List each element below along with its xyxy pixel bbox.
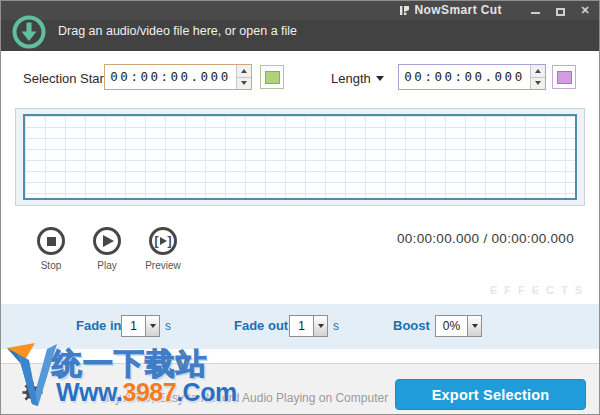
fade-in-unit: s: [165, 319, 171, 333]
selection-start-spinner: [236, 65, 251, 89]
settings-gear-icon[interactable]: [21, 381, 44, 408]
spin-up-button[interactable]: [531, 65, 545, 77]
fade-in-label: Fade in: [76, 318, 122, 333]
fade-out-select[interactable]: 1: [289, 315, 328, 337]
time-display: 00:00:00.000 / 00:00:00.000: [397, 231, 574, 246]
selection-start-color-swatch[interactable]: [260, 65, 284, 89]
length-input[interactable]: 00:00:00.000: [398, 64, 546, 90]
promo-text: Try ARW, Easy to Record Audio Playing on…: [104, 391, 388, 405]
length-color: [557, 71, 572, 84]
fade-out-unit: s: [333, 319, 339, 333]
play-button[interactable]: [93, 227, 121, 255]
fade-out-value: 1: [289, 315, 313, 337]
effects-section-label: EFFECTS: [490, 284, 589, 296]
play-icon: [103, 235, 114, 247]
fade-out-label: Fade out: [234, 318, 288, 333]
fade-in-value: 1: [121, 315, 145, 337]
waveform-grid[interactable]: [23, 114, 577, 200]
stop-icon: [47, 237, 56, 246]
chevron-down-icon: [472, 324, 478, 328]
boost-label: Boost: [393, 318, 430, 333]
selection-start-value[interactable]: 00:00:00.000: [105, 65, 236, 89]
selection-start-input[interactable]: 00:00:00.000: [104, 64, 252, 90]
header: NowSmart Cut ✕ Drag an audio/video file …: [1, 1, 599, 51]
spin-down-button[interactable]: [237, 77, 251, 90]
fade-out-dropdown-button[interactable]: [313, 315, 328, 337]
waveform-panel: [15, 108, 585, 206]
preview-button[interactable]: []: [149, 227, 177, 255]
app-icon: [399, 5, 410, 16]
maximize-button[interactable]: [554, 5, 566, 16]
export-selection-button[interactable]: Export Selection: [395, 379, 586, 410]
chevron-down-icon: [376, 76, 384, 81]
boost-dropdown-button[interactable]: [467, 315, 482, 337]
play-label: Play: [85, 260, 129, 271]
preview-label: Preview: [141, 260, 185, 271]
preview-icon: []: [155, 234, 172, 248]
chevron-down-icon: [150, 324, 156, 328]
close-button[interactable]: ✕: [579, 5, 591, 16]
download-icon: [11, 14, 47, 54]
effects-bar: Fade in 1 s Fade out 1 s Boost 0%: [1, 304, 599, 349]
window-title: NowSmart Cut: [399, 3, 502, 17]
stop-label: Stop: [29, 260, 73, 271]
fade-in-dropdown-button[interactable]: [145, 315, 160, 337]
length-color-swatch[interactable]: [552, 65, 576, 89]
window-title-text: NowSmart Cut: [415, 3, 502, 17]
spin-up-button[interactable]: [237, 65, 251, 77]
window-controls: ✕: [529, 4, 591, 17]
length-spinner: [530, 65, 545, 89]
drop-hint-text: Drag an audio/video file here, or open a…: [58, 24, 297, 38]
length-dropdown[interactable]: Length: [331, 71, 384, 86]
boost-value: 0%: [435, 315, 467, 337]
selection-start-label: Selection Start: [23, 71, 108, 86]
spin-down-button[interactable]: [531, 77, 545, 90]
length-value[interactable]: 00:00:00.000: [399, 65, 530, 89]
minimize-button[interactable]: [529, 5, 541, 16]
footer-bar: Try ARW, Easy to Record Audio Playing on…: [1, 363, 599, 415]
selection-start-color: [265, 71, 280, 84]
stop-button[interactable]: [37, 227, 65, 255]
file-drop-zone[interactable]: Drag an audio/video file here, or open a…: [1, 20, 599, 51]
app-window: NowSmart Cut ✕ Drag an audio/video file …: [0, 0, 600, 415]
boost-select[interactable]: 0%: [435, 315, 482, 337]
length-label: Length: [331, 71, 371, 86]
chevron-down-icon: [318, 324, 324, 328]
title-bar: NowSmart Cut ✕: [1, 1, 599, 20]
fade-in-select[interactable]: 1: [121, 315, 160, 337]
